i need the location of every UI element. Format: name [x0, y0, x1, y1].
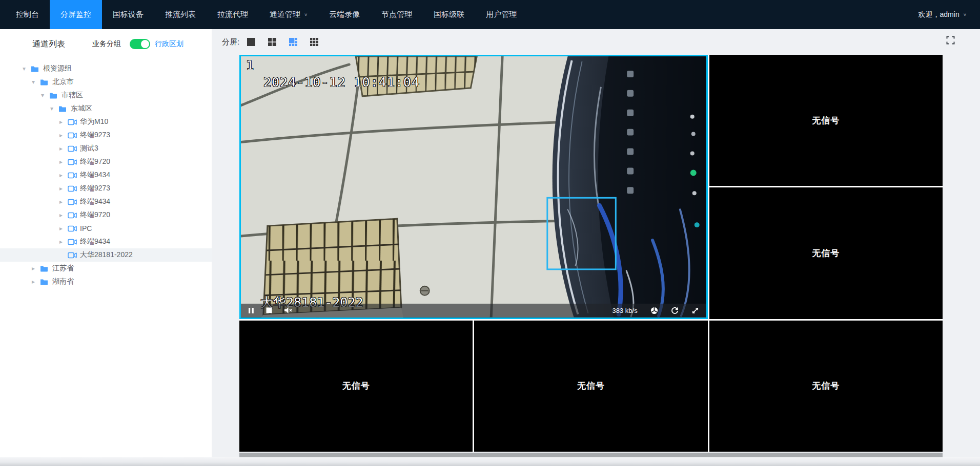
region-mode-label[interactable]: 行政区划 — [155, 39, 183, 49]
tree-item[interactable]: ▸终端9720 — [0, 208, 212, 222]
user-menu[interactable]: 欢迎，admin ∨ — [918, 0, 980, 29]
camera-icon-wrap — [68, 185, 79, 192]
nav-tab-label: 节点管理 — [381, 10, 412, 19]
nav-tab[interactable]: 国标级联 — [423, 0, 475, 29]
nav-tab-label: 拉流代理 — [217, 10, 248, 19]
caret-right-icon[interactable]: ▸ — [59, 118, 68, 125]
split-label: 分屏: — [222, 37, 239, 47]
tree-item-label: 终端9720 — [80, 157, 110, 166]
caret-right-icon[interactable]: ▸ — [59, 185, 68, 192]
welcome-text: 欢迎，admin — [918, 10, 959, 19]
folder-icon-wrap — [40, 265, 51, 272]
no-signal-label: 无信号 — [342, 380, 370, 392]
camera-icon-wrap — [68, 119, 79, 125]
caret-right-icon[interactable]: ▸ — [32, 278, 40, 285]
video-image — [241, 56, 706, 317]
video-cell-5[interactable]: 无信号 — [474, 321, 707, 452]
tree-item[interactable]: ▸江苏省 — [0, 262, 212, 275]
tree-item[interactable]: ▸终端9434 — [0, 195, 212, 208]
folder-icon-wrap — [58, 105, 70, 112]
split-9-button[interactable] — [310, 37, 319, 47]
caret-right-icon[interactable]: ▸ — [59, 198, 68, 205]
camera-icon — [68, 119, 77, 125]
pause-button[interactable] — [248, 307, 254, 314]
stop-button[interactable] — [266, 307, 272, 313]
nav-tab[interactable]: 云端录像 — [318, 0, 371, 29]
tree-item[interactable]: ▸终端9720 — [0, 155, 212, 168]
expand-button[interactable] — [691, 307, 699, 314]
no-signal-label: 无信号 — [812, 247, 840, 259]
nav-tab[interactable]: 控制台 — [5, 0, 50, 29]
caret-down-icon[interactable]: ▾ — [23, 65, 31, 72]
shutter-icon — [650, 307, 658, 314]
caret-down-icon[interactable]: ▾ — [50, 105, 58, 112]
nav-tab-label: 通道管理 — [270, 10, 300, 19]
nav-tab[interactable]: 用户管理 — [475, 0, 527, 29]
folder-icon — [31, 66, 39, 72]
snapshot-button[interactable] — [650, 307, 658, 314]
camera-icon-wrap — [68, 159, 79, 165]
business-group-label: 业务分组 — [92, 39, 121, 49]
nav-tab[interactable]: 国标设备 — [102, 0, 154, 29]
live-video-frame — [241, 56, 706, 317]
tree-item[interactable]: ▾根资源组 — [0, 62, 212, 75]
caret-right-icon[interactable]: ▸ — [59, 158, 68, 165]
tree-item[interactable]: ▸华为M10 — [0, 115, 212, 129]
tree-item[interactable]: ▸湖南省 — [0, 275, 212, 288]
caret-right-icon[interactable]: ▸ — [59, 145, 68, 152]
tree-item-label: IPC — [80, 224, 92, 232]
tree-item[interactable]: ▸终端9273 — [0, 182, 212, 195]
bitrate-label: 383 kb/s — [612, 307, 638, 314]
camera-icon — [68, 199, 77, 205]
split-1-button[interactable] — [247, 37, 256, 47]
camera-icon — [68, 225, 77, 232]
caret-right-icon[interactable]: ▸ — [32, 265, 40, 272]
stop-icon — [266, 307, 272, 313]
mute-button[interactable] — [284, 307, 293, 314]
nav-tab-label: 用户管理 — [486, 10, 517, 19]
group-mode-toggle[interactable] — [130, 39, 150, 49]
nav-tab[interactable]: 分屏监控 — [50, 0, 102, 29]
top-nav: 控制台分屏监控国标设备推流列表拉流代理通道管理∨云端录像节点管理国标级联用户管理… — [0, 0, 980, 29]
caret-down-icon[interactable]: ▾ — [41, 92, 49, 99]
camera-icon — [68, 185, 77, 192]
caret-right-icon[interactable]: ▸ — [59, 172, 68, 179]
folder-icon-wrap — [49, 92, 60, 99]
video-cell-6[interactable]: 无信号 — [709, 321, 943, 452]
split-6-button[interactable] — [289, 37, 298, 47]
tree-item[interactable]: ▾北京市 — [0, 75, 212, 89]
fullscreen-button[interactable] — [946, 36, 955, 45]
video-cell-4[interactable]: 无信号 — [239, 321, 473, 452]
camera-icon — [68, 159, 77, 165]
folder-icon — [40, 79, 48, 86]
tree-item[interactable]: ▸终端9434 — [0, 235, 212, 248]
video-cell-3[interactable]: 无信号 — [709, 187, 943, 319]
caret-right-icon[interactable]: ▸ — [59, 238, 68, 245]
tree-item[interactable]: ▾东城区 — [0, 102, 212, 115]
grid-4-icon — [268, 37, 277, 47]
speaker-muted-icon — [284, 307, 293, 314]
folder-icon — [40, 265, 48, 272]
caret-down-icon[interactable]: ▾ — [32, 78, 40, 86]
split-4-button[interactable] — [268, 37, 277, 47]
caret-right-icon[interactable]: ▸ — [59, 211, 68, 219]
tree-item[interactable]: ▸测试3 — [0, 142, 212, 155]
tree-item[interactable]: ▸终端9273 — [0, 129, 212, 142]
nav-tab[interactable]: 通道管理∨ — [259, 0, 318, 29]
nav-tab[interactable]: 拉流代理 — [207, 0, 259, 29]
tree-item[interactable]: 大华28181-2022 — [0, 248, 212, 262]
tree-item[interactable]: ▸IPC — [0, 222, 212, 235]
nav-tab[interactable]: 节点管理 — [371, 0, 423, 29]
tree-item-label: 大华28181-2022 — [80, 250, 133, 260]
nav-tab[interactable]: 推流列表 — [154, 0, 207, 29]
caret-right-icon[interactable]: ▸ — [59, 132, 68, 139]
tree-item[interactable]: ▸终端9434 — [0, 168, 212, 182]
folder-icon-wrap — [40, 79, 51, 86]
video-cell-1[interactable]: 1 2024-10-12 10:41:04 大华28181-2022 — [239, 55, 708, 319]
refresh-button[interactable] — [671, 307, 679, 314]
video-cell-2[interactable]: 无信号 — [709, 55, 943, 186]
caret-right-icon[interactable]: ▸ — [59, 225, 68, 232]
sidebar-header: 通道列表 业务分组 行政区划 — [0, 29, 212, 59]
window-bottom-scrollbar[interactable] — [0, 457, 980, 466]
tree-item[interactable]: ▾市辖区 — [0, 89, 212, 102]
